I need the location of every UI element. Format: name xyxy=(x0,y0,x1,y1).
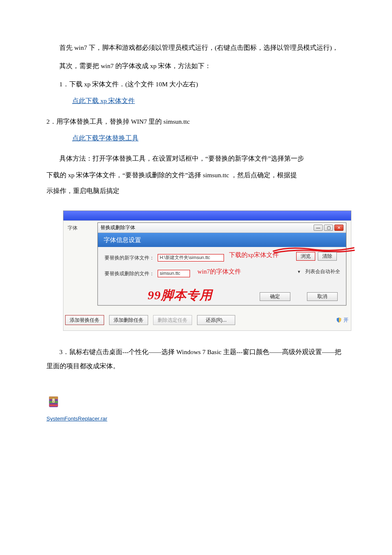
dialog-header: 字体信息设置 xyxy=(98,233,346,247)
dialog-footer: 确定 取消 xyxy=(260,292,338,301)
paragraph-2: 其次，需要把 win7 的字体改成 xp 宋体，方法如下： xyxy=(46,59,342,73)
start-label: 开 xyxy=(343,317,348,323)
annotation-replace-font: win7的字体文件 xyxy=(197,268,241,275)
row-new-font-file: 要替换的新字体文件： H:\新建文件夹\simsun.ttc 下载的xp宋体文件… xyxy=(105,252,341,264)
svg-rect-3 xyxy=(49,404,58,406)
input-replace-font-file[interactable]: simsun.ttc xyxy=(158,270,190,277)
cancel-button[interactable]: 取消 xyxy=(307,292,338,301)
step-2-instruction-c: 示操作，重启电脑后搞定 xyxy=(46,184,342,198)
remove-selected-task-button: 删除选定任务 xyxy=(153,315,192,325)
dialog-content: 要替换的新字体文件： H:\新建文件夹\simsun.ttc 下载的xp宋体文件… xyxy=(98,247,346,279)
window-buttons: — ▢ ✕ xyxy=(314,225,343,231)
dialog-title-text: 替换或删除字体 xyxy=(100,225,135,230)
download-tool-link[interactable]: 点此下载字体替换工具 xyxy=(59,131,139,145)
browse-button[interactable]: 浏览 xyxy=(296,252,315,261)
autofill-hint: 列表会自动补全 xyxy=(305,269,340,274)
bottom-toolbar: 添加替换任务 添加删除任务 删除选定任务 还原(R)... 开 xyxy=(65,314,349,326)
start-section[interactable]: 开 xyxy=(336,317,349,323)
paragraph-1: 首先 win7 下，脚本和游戏都必须以管理员模式运行，(右键点击图标，选择以管理… xyxy=(46,41,342,55)
minimize-button[interactable]: — xyxy=(314,225,323,231)
add-delete-task-button[interactable]: 添加删除任务 xyxy=(109,315,148,325)
dialog-titlebar: 替换或删除字体 — ▢ ✕ xyxy=(98,223,346,233)
row-replace-font-file: 要替换或删除的文件： simsun.ttc win7的字体文件 ▾ 列表会自动补… xyxy=(105,268,341,279)
download-font-link[interactable]: 点此下载 xp 宋体文件 xyxy=(59,94,135,108)
svg-rect-4 xyxy=(52,399,55,403)
replace-font-dialog: 替换或删除字体 — ▢ ✕ 字体信息设置 要替换的新字体文件： H:\新建文件夹… xyxy=(97,222,346,306)
attachment-block: SystemFontsReplacer.rar xyxy=(46,395,342,425)
annotation-new-font: 下载的xp宋体文件 xyxy=(229,251,279,259)
attachment-link[interactable]: SystemFontsReplacer.rar xyxy=(46,416,107,422)
close-button[interactable]: ✕ xyxy=(334,225,343,231)
input-new-font-file[interactable]: H:\新建文件夹\simsun.ttc xyxy=(158,254,224,262)
label-replace-font-file: 要替换或删除的文件： xyxy=(105,271,158,276)
left-tab-font-label: 字体 xyxy=(68,225,93,231)
label-new-font-file: 要替换的新字体文件： xyxy=(105,255,158,261)
add-replace-task-button[interactable]: 添加替换任务 xyxy=(65,315,104,325)
watermark-text: 99脚本专用 xyxy=(148,288,212,303)
window-titlebar-strip xyxy=(63,210,351,220)
step-1-title: 1．下载 xp 宋体文件．(这个文件 10M 大小左右) xyxy=(46,77,342,91)
dropdown-arrow-icon[interactable]: ▾ xyxy=(298,269,300,274)
clear-button[interactable]: 清除 xyxy=(318,252,337,261)
step-2-instruction-b: 下载的 xp 宋体字体文件，“要替换或删除的文件”选择 simsun.ttc ，… xyxy=(46,168,342,182)
restore-button[interactable]: 还原(R)... xyxy=(197,315,235,325)
font-tool-window: 字体 替换或删除字体 — ▢ ✕ 字体信息设置 要替换的新字体文件： xyxy=(63,220,351,331)
embedded-screenshot: 字体 替换或删除字体 — ▢ ✕ 字体信息设置 要替换的新字体文件： xyxy=(63,210,351,331)
shield-icon xyxy=(336,317,342,323)
step-3: 3．鼠标右键点击桌面---个性化——选择 Windows 7 Basic 主题-… xyxy=(46,345,342,373)
step-2-title: 2．用字体替换工具，替换掉 WIN7 里的 simsun.ttc xyxy=(46,115,342,129)
ok-button[interactable]: 确定 xyxy=(260,292,290,301)
svg-point-5 xyxy=(53,401,54,402)
document-body: 首先 win7 下，脚本和游戏都必须以管理员模式运行，(右键点击图标，选择以管理… xyxy=(0,0,392,442)
step-2-instruction-a: 具体方法：打开字体替换工具，在设置对话框中，“要替换的新字体文件”选择第一步 xyxy=(46,152,342,166)
maximize-button[interactable]: ▢ xyxy=(324,225,333,231)
rar-archive-icon xyxy=(46,395,61,409)
